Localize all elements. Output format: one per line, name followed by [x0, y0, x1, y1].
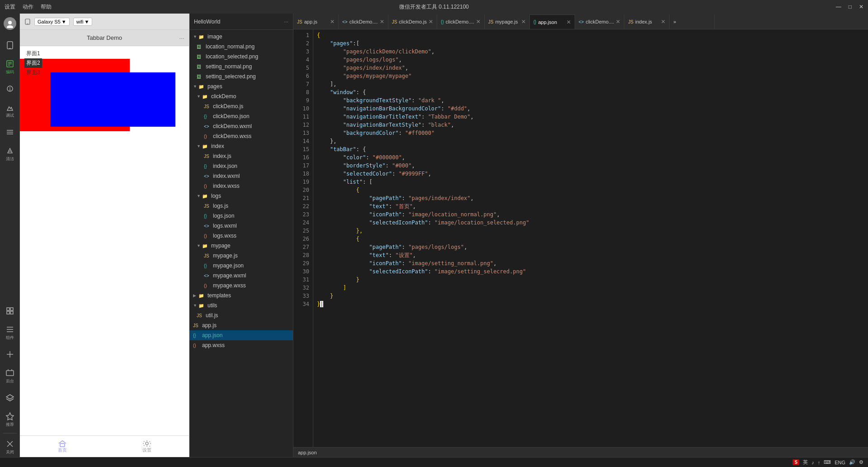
file-logs-wxss[interactable]: () logs.wxss: [189, 231, 293, 241]
titlebar-title: 微信开发者工具 0.11.122100: [399, 3, 469, 11]
file-logs-js[interactable]: JS logs.js: [189, 201, 293, 211]
close-tab-clickdemo-js[interactable]: ✕: [429, 19, 433, 25]
file-location-selected[interactable]: 🖼 location_selected.png: [189, 52, 293, 62]
svg-rect-16: [10, 308, 13, 310]
tab-clickdemo-3[interactable]: <> clickDemo.... ✕: [575, 14, 625, 29]
tab-app-json[interactable]: {} app.json ✕: [530, 14, 575, 29]
current-file: app.json: [298, 450, 317, 455]
folder-mypage[interactable]: ▼ 📁 mypage: [189, 241, 293, 251]
page-item-1[interactable]: 界面1: [24, 49, 42, 58]
sidebar-icon-phone[interactable]: [1, 35, 19, 55]
sidebar-icon-stage[interactable]: 后台: [1, 366, 19, 386]
svg-point-34: [146, 442, 148, 445]
stage-label: 后台: [6, 378, 14, 384]
clean-icon-label: 清洁: [6, 156, 14, 162]
menu-help[interactable]: 帮助: [41, 3, 52, 11]
file-mypage-wxss[interactable]: () mypage.wxss: [189, 281, 293, 291]
tab-app-js[interactable]: JS app.js ✕: [293, 14, 339, 29]
folder-index[interactable]: ▼ 📁 index: [189, 141, 293, 151]
folder-templates[interactable]: ▶ 📁 templates: [189, 291, 293, 300]
tabbar-home[interactable]: 首页: [20, 436, 104, 457]
file-app-json[interactable]: {} app.json: [189, 330, 293, 340]
sidebar-icon-component-label[interactable]: 组件: [1, 323, 19, 343]
file-clickdemo-wxss[interactable]: () clickDemo.wxss: [189, 131, 293, 141]
close-bottom-label: 关闭: [6, 449, 14, 455]
sidebar-icon-recommend[interactable]: 推荐: [1, 410, 19, 429]
system-tray: S 英 ♪ ↑ ⌨ ENG 🔊 ⚙: [793, 459, 863, 466]
tab-clickdemo-js[interactable]: JS clickDemo.js ✕: [388, 14, 437, 29]
sidebar-icon-close-bottom[interactable]: 关闭: [1, 437, 19, 457]
close-tab-clickdemo-2[interactable]: ✕: [476, 19, 481, 25]
sidebar-icon-layers[interactable]: [1, 388, 19, 408]
tab-clickdemo-2[interactable]: {} clickDemo.... ✕: [437, 14, 485, 29]
close-tab-app-json[interactable]: ✕: [566, 19, 571, 25]
tab-clickdemo-1[interactable]: <> clickDemo.... ✕: [339, 14, 388, 29]
file-index-js[interactable]: JS index.js: [189, 151, 293, 161]
file-clickdemo-js[interactable]: JS clickDemo.js: [189, 101, 293, 111]
close-button[interactable]: ✕: [859, 4, 863, 10]
file-index-wxml[interactable]: <> index.wxml: [189, 171, 293, 181]
sidebar-icon-component[interactable]: [1, 301, 19, 321]
sidebar-icon-edit[interactable]: 编码: [1, 57, 19, 77]
svg-rect-18: [10, 311, 13, 314]
file-clickdemo-wxml[interactable]: <> clickDemo.wxml: [189, 121, 293, 131]
code-editor[interactable]: { "pages":[ "pages/clickDemo/clickDemo",…: [313, 29, 868, 447]
close-tab-index-js[interactable]: ✕: [661, 19, 665, 25]
folder-utils[interactable]: ▼ 📁 utils: [189, 300, 293, 310]
page-item-3[interactable]: 界面3: [24, 68, 42, 77]
file-setting-normal[interactable]: 🖼 setting_normal.png: [189, 62, 293, 71]
sidebar-icon-menu[interactable]: [1, 122, 19, 142]
close-tab-app-js[interactable]: ✕: [330, 19, 335, 25]
sidebar-icon-debug[interactable]: [1, 79, 19, 99]
input-method-icon[interactable]: S: [793, 459, 799, 465]
blue-block: [50, 72, 175, 127]
file-mypage-wxml[interactable]: <> mypage.wxml: [189, 271, 293, 281]
file-tree-header: HelloWorld ···: [189, 14, 293, 30]
project-name: HelloWorld: [194, 19, 220, 25]
sidebar-icon-test[interactable]: 调试: [1, 100, 19, 120]
sidebar-icon-add[interactable]: [1, 344, 19, 364]
file-setting-selecred[interactable]: 🖼 setting_selecred.png: [189, 71, 293, 81]
svg-marker-27: [6, 395, 14, 399]
wifi-dropdown[interactable]: wifi ▼: [73, 18, 93, 26]
tab-mypage-js[interactable]: JS mypage.js ✕: [485, 14, 530, 29]
file-mypage-json[interactable]: {} mypage.json: [189, 261, 293, 271]
file-index-wxss[interactable]: () index.wxss: [189, 181, 293, 191]
device-bar: Galaxy S5 ▼ wifi ▼: [20, 14, 189, 30]
file-index-json[interactable]: {} index.json: [189, 161, 293, 171]
maximize-button[interactable]: □: [849, 4, 852, 10]
file-util-js[interactable]: JS util.js: [189, 310, 293, 320]
editor-tabs: JS app.js ✕ <> clickDemo.... ✕ JS clickD…: [293, 14, 868, 29]
tabbar-settings[interactable]: 设置: [104, 436, 189, 457]
sidebar-icon-clean[interactable]: 清洁: [1, 144, 19, 164]
minimize-button[interactable]: —: [836, 4, 841, 10]
folder-image[interactable]: ▼ 📁 image: [189, 32, 293, 42]
folder-pages[interactable]: ▼ 📁 pages: [189, 81, 293, 91]
close-tab-clickdemo-1[interactable]: ✕: [380, 19, 384, 25]
file-mypage-js[interactable]: JS mypage.js: [189, 251, 293, 261]
preview-dots[interactable]: ···: [179, 34, 184, 42]
file-tree-more[interactable]: ···: [284, 19, 288, 25]
file-app-wxss[interactable]: () app.wxss: [189, 340, 293, 350]
edit-icon-label: 编码: [6, 69, 14, 75]
file-logs-wxml[interactable]: <> logs.wxml: [189, 221, 293, 231]
device-dropdown[interactable]: Galaxy S5 ▼: [34, 18, 70, 26]
tab-more[interactable]: »: [670, 14, 715, 29]
file-clickdemo-json[interactable]: {} clickDemo.json: [189, 111, 293, 121]
file-tree-panel: HelloWorld ··· ▼ 📁 image 🖼 location_norm…: [189, 14, 293, 457]
close-tab-mypage-js[interactable]: ✕: [521, 19, 526, 25]
folder-clickdemo[interactable]: ▼ 📁 clickDemo: [189, 91, 293, 101]
menu-actions[interactable]: 动作: [23, 3, 33, 11]
file-tree-content: ▼ 📁 image 🖼 location_normal.png 🖼 locati…: [189, 30, 293, 457]
menu-settings[interactable]: 设置: [5, 3, 15, 11]
tab-index-js[interactable]: JS index.js ✕: [624, 14, 670, 29]
pages-list: 界面1 界面2 界面3: [20, 46, 47, 80]
file-logs-json[interactable]: {} logs.json: [189, 211, 293, 221]
folder-logs[interactable]: ▼ 📁 logs: [189, 191, 293, 201]
editor-bottom-bar: app.json: [293, 447, 868, 457]
line-numbers: 1 2 3 4 5 6 7 8 9 10 11 12 13 14 15 16 1…: [293, 29, 313, 447]
file-location-normal[interactable]: 🖼 location_normal.png: [189, 42, 293, 52]
close-tab-clickdemo-3[interactable]: ✕: [616, 19, 620, 25]
page-item-2[interactable]: 界面2: [24, 58, 42, 68]
file-app-js[interactable]: JS app.js: [189, 320, 293, 330]
